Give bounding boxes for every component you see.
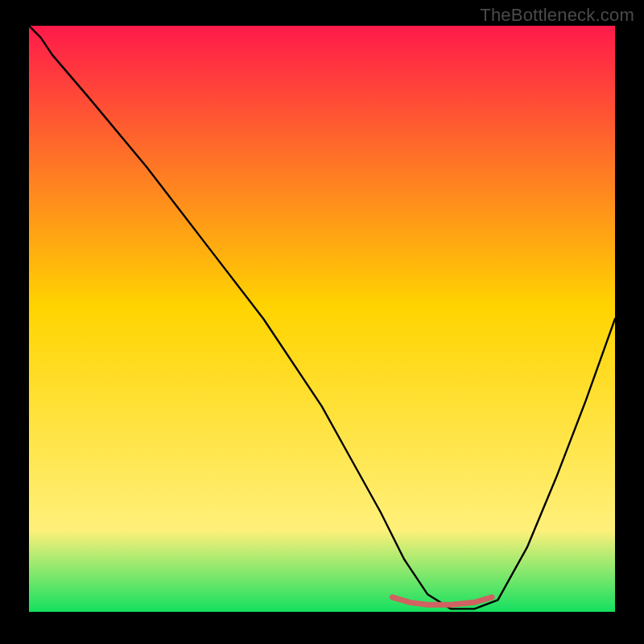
- chart-frame: TheBottleneck.com: [0, 0, 644, 644]
- gradient-background: [29, 26, 615, 612]
- plot-area: [29, 26, 615, 612]
- bottleneck-chart: [29, 26, 615, 612]
- watermark-text: TheBottleneck.com: [480, 5, 634, 26]
